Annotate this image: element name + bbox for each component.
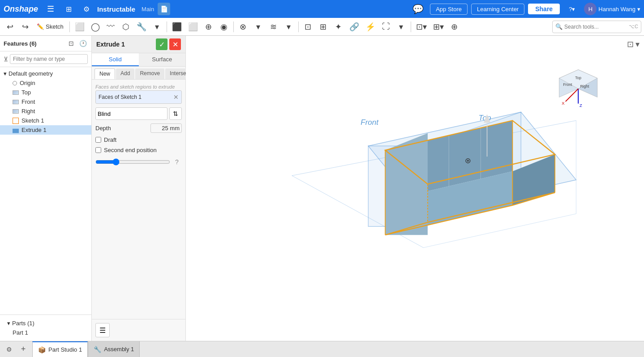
- tab-bar: ⚙ + 📦 Part Studio 1 🔧 Assembly 1: [0, 341, 644, 357]
- front-label: Front: [21, 98, 35, 105]
- subtab-remove[interactable]: Remove: [135, 68, 164, 79]
- right-plane-item[interactable]: Right: [0, 106, 91, 116]
- sketch-label: Sketch: [46, 23, 64, 30]
- extrude1-item[interactable]: Extrude 1: [0, 125, 91, 135]
- tool-16[interactable]: ⊞: [316, 20, 331, 34]
- redo-button[interactable]: ↪: [18, 20, 32, 34]
- tool-19[interactable]: ⚡: [363, 20, 378, 34]
- tab-add-btn[interactable]: +: [17, 343, 30, 356]
- tool-8[interactable]: ⬜: [185, 20, 201, 34]
- undo-button[interactable]: ↩: [3, 20, 17, 34]
- face-select-row[interactable]: Faces of Sketch 1 ✕: [95, 90, 182, 104]
- tab-surface[interactable]: Surface: [139, 53, 186, 66]
- viewport[interactable]: Front Top Right: [186, 36, 644, 341]
- sidebar-bottom: ▾ Parts (1) Part 1: [0, 314, 91, 341]
- panel-tabs: Solid Surface: [92, 53, 185, 67]
- doc-icon[interactable]: 📄: [158, 3, 170, 15]
- depth-row: Depth: [95, 123, 182, 133]
- tool-3[interactable]: 〰: [103, 20, 118, 34]
- extrude-icon: [13, 127, 19, 133]
- depth-label: Depth: [95, 125, 111, 132]
- settings-icon[interactable]: ⚙: [79, 2, 94, 16]
- draft-checkbox[interactable]: [95, 137, 101, 143]
- tab-part-studio[interactable]: 📦 Part Studio 1: [32, 341, 88, 357]
- tool-4[interactable]: ⬡: [119, 20, 133, 34]
- tool-18[interactable]: 🔗: [347, 20, 362, 34]
- search-tools: 🔍 ⌥C: [552, 21, 641, 33]
- parts-group[interactable]: ▾ Parts (1): [4, 319, 88, 328]
- sidebar-header-icons: ⊡ 🕐: [66, 38, 88, 48]
- search-input[interactable]: [564, 24, 627, 30]
- sketch1-item[interactable]: Sketch 1: [0, 116, 91, 125]
- tool-2[interactable]: ◯: [88, 20, 103, 34]
- sidebar-clock-btn[interactable]: 🕐: [78, 38, 88, 48]
- svg-text:Front: Front: [361, 118, 379, 127]
- svg-text:Z: Z: [580, 103, 582, 108]
- filter-icon[interactable]: ⊞: [61, 2, 76, 16]
- svg-text:Right: Right: [580, 84, 589, 89]
- blind-dropdown[interactable]: Blind: [95, 107, 167, 120]
- extrude1-label: Extrude 1: [21, 127, 47, 133]
- search-shortcut: ⌥C: [629, 24, 638, 30]
- sketch-button[interactable]: ✏️ Sketch: [33, 20, 67, 34]
- list-button[interactable]: ☰: [95, 323, 110, 337]
- panel-cancel-button[interactable]: ✕: [169, 38, 181, 50]
- tab-settings-btn[interactable]: ⚙: [3, 343, 15, 356]
- tool-7[interactable]: ⬛: [169, 20, 185, 34]
- tool-13[interactable]: ≋: [266, 20, 281, 34]
- tool-17[interactable]: ✦: [331, 20, 346, 34]
- sketch-icon: ✏️: [37, 23, 44, 30]
- user-menu[interactable]: H Hannah Wang ▾: [584, 3, 640, 15]
- hamburger-menu[interactable]: ☰: [43, 2, 58, 16]
- display-mode-btn[interactable]: ⊡: [627, 39, 634, 49]
- user-name: Hannah Wang: [598, 6, 635, 13]
- depth-input[interactable]: [150, 123, 182, 133]
- default-geometry-group[interactable]: ▾ Default geometry: [0, 69, 91, 78]
- face-clear-button[interactable]: ✕: [173, 94, 179, 101]
- view-btn[interactable]: ⊡▾: [413, 20, 429, 34]
- filter-box: ⊻: [0, 51, 91, 67]
- sidebar-header: Features (6) ⊡ 🕐: [0, 36, 91, 51]
- tool-11[interactable]: ⊗: [236, 20, 250, 34]
- canvas-area[interactable]: Front Top Right: [186, 36, 644, 341]
- depth-slider[interactable]: [95, 158, 170, 166]
- part1-item[interactable]: Part 1: [4, 328, 88, 337]
- panel-body: Faces and sketch regions to extrude Face…: [92, 80, 185, 170]
- help-button[interactable]: ?▾: [563, 4, 580, 14]
- tool-9[interactable]: ⊕: [202, 20, 216, 34]
- tool-1[interactable]: ⬜: [72, 20, 87, 34]
- tool-14[interactable]: ▾: [282, 20, 296, 34]
- document-branch: Main: [142, 6, 154, 13]
- tool-5[interactable]: 🔧: [134, 20, 149, 34]
- second-end-checkbox[interactable]: [95, 147, 101, 153]
- filter-input[interactable]: [10, 54, 88, 64]
- brand-logo[interactable]: Onshape: [4, 4, 38, 14]
- panel-ok-button[interactable]: ✓: [156, 38, 167, 50]
- chat-button[interactable]: 💬: [410, 2, 426, 16]
- tool-15[interactable]: ⊡: [301, 20, 315, 34]
- front-plane-item[interactable]: Front: [0, 97, 91, 106]
- measure-button[interactable]: ⇅: [169, 107, 182, 120]
- subtab-new[interactable]: New: [94, 68, 115, 79]
- view-btn-2[interactable]: ⊞▾: [430, 20, 447, 34]
- tool-6[interactable]: ▾: [150, 20, 164, 34]
- share-button[interactable]: Share: [528, 4, 560, 14]
- app-store-button[interactable]: App Store: [430, 4, 468, 15]
- tool-12[interactable]: ▾: [251, 20, 266, 34]
- tool-20[interactable]: ⛶: [379, 20, 393, 34]
- tab-solid[interactable]: Solid: [92, 53, 139, 66]
- top-plane-item[interactable]: Top: [0, 88, 91, 97]
- top-label: Top: [21, 89, 31, 96]
- sidebar-collapse-btn[interactable]: ⊡: [66, 38, 76, 48]
- tool-10[interactable]: ◉: [217, 20, 231, 34]
- help-button[interactable]: ?: [172, 157, 182, 167]
- subtab-add[interactable]: Add: [116, 68, 134, 79]
- tab-part-studio-label: Part Studio 1: [48, 346, 82, 353]
- tab-assembly[interactable]: 🔧 Assembly 1: [88, 341, 140, 357]
- main-area: Features (6) ⊡ 🕐 ⊻ ▾ Default geometry Or…: [0, 36, 644, 341]
- origin-item[interactable]: Origin: [0, 78, 91, 88]
- shader-btn[interactable]: ▾: [635, 39, 640, 49]
- crosshair-btn[interactable]: ⊕: [447, 20, 462, 34]
- learning-center-button[interactable]: Learning Center: [471, 4, 524, 15]
- tool-21[interactable]: ▾: [394, 20, 408, 34]
